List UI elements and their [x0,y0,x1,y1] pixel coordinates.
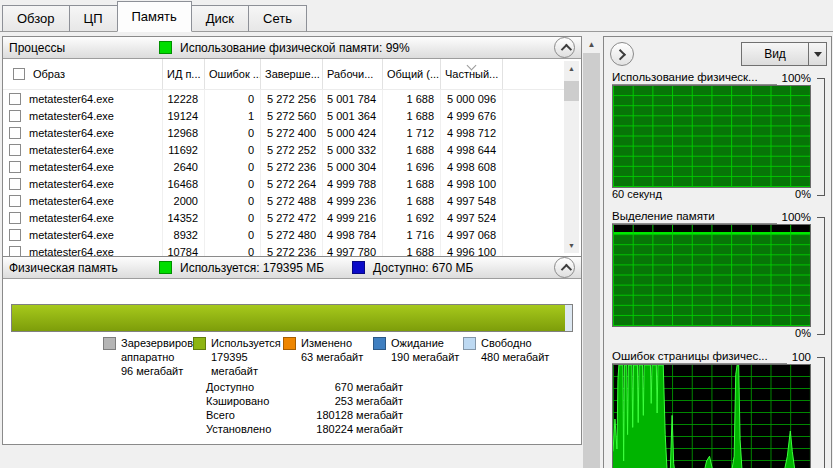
memory-stat-row: Всего 180128 мегабайт [206,408,403,422]
process-row[interactable]: metatester64.exe 2000 0 5 272 488 4 999 … [3,192,564,209]
tab-disk[interactable]: Диск [191,5,249,32]
process-row[interactable]: metatester64.exe 14352 0 5 272 472 4 999… [3,209,564,226]
row-checkbox[interactable] [9,212,21,224]
process-row[interactable]: metatester64.exe 12968 0 5 272 400 5 000… [3,124,564,141]
column-header-hard-faults[interactable]: Ошибок ... [205,59,261,89]
tab-memory[interactable]: Память [117,1,192,32]
process-row[interactable]: metatester64.exe 19124 1 5 272 560 5 001… [3,107,564,124]
process-pid: 8932 [163,226,205,243]
graph1-grid [613,86,810,187]
stat-label: Всего [206,408,235,422]
process-working-set: 5 000 424 [323,124,383,141]
process-hard-faults: 0 [205,243,261,256]
process-row[interactable]: metatester64.exe 2640 0 5 272 236 5 000 … [3,158,564,175]
graph1-plot [612,85,811,188]
process-shareable: 1 688 [383,141,441,158]
process-commit: 5 272 256 [261,90,323,107]
process-commit: 5 272 480 [261,226,323,243]
collapse-graphs-button[interactable] [610,42,634,66]
process-commit: 5 272 236 [261,158,323,175]
row-checkbox[interactable] [9,144,21,156]
row-checkbox[interactable] [9,161,21,173]
row-checkbox[interactable] [9,246,21,257]
stat-label: Установлено [206,422,271,436]
tab-bar: Обзор ЦП Память Диск Сеть [2,2,306,32]
process-table-scrollbar[interactable]: ▲ ▼ [564,61,579,253]
process-shareable: 1 692 [383,209,441,226]
memory-usage-bar [11,304,573,332]
process-row[interactable]: metatester64.exe 10784 0 5 272 236 4 997… [3,243,564,256]
tab-overview[interactable]: Обзор [2,5,70,32]
process-shareable: 1 712 [383,124,441,141]
process-shareable: 1 688 [383,192,441,209]
row-checkbox[interactable] [9,195,21,207]
process-commit: 5 272 252 [261,141,323,158]
scrollbar-thumb[interactable] [564,81,579,101]
process-commit: 5 272 472 [261,209,323,226]
column-header-image[interactable]: Образ [3,59,163,89]
column-header-filler [503,59,564,89]
main-scrollbar-thumb[interactable] [583,53,600,468]
scroll-up-icon[interactable]: ▲ [564,61,579,76]
process-working-set: 5 000 332 [323,141,383,158]
process-shareable: 1 688 [383,107,441,124]
graph3-plot [612,364,811,468]
stat-value: 180224 мегабайт [316,422,403,436]
process-hard-faults: 0 [205,158,261,175]
legend-item: Изменено63 мегабайт [283,336,373,378]
process-image-name: metatester64.exe [29,195,114,207]
process-pid: 11692 [163,141,205,158]
tab-cpu[interactable]: ЦП [69,5,118,32]
graph-physical-memory-usage: Использование физическ... 100% 60 секунд… [612,69,825,203]
process-hard-faults: 0 [205,175,261,192]
process-commit: 5 272 560 [261,107,323,124]
scroll-up-icon[interactable]: ▲ [583,36,600,52]
process-row[interactable]: metatester64.exe 16468 0 5 272 264 4 999… [3,175,564,192]
processes-title: Процессы [9,41,159,55]
scroll-down-icon[interactable]: ▼ [564,238,579,253]
view-button[interactable]: Вид [741,42,827,66]
process-pid: 10784 [163,243,205,256]
main-scrollbar[interactable]: ▲ [583,36,600,468]
column-header-pid[interactable]: ИД п... [163,59,205,89]
process-image-name: metatester64.exe [29,229,114,241]
process-image-name: metatester64.exe [29,212,114,224]
process-row[interactable]: metatester64.exe 12228 0 5 272 256 5 001… [3,90,564,107]
column-header-commit[interactable]: Заверше... [261,59,323,89]
row-checkbox[interactable] [9,110,21,122]
process-working-set: 4 998 784 [323,226,383,243]
select-all-checkbox[interactable] [13,68,25,80]
process-private: 4 998 100 [441,175,503,192]
view-dropdown-button[interactable] [808,43,826,65]
legend-color-swatch-icon [193,337,206,350]
stat-label: Доступно [206,380,254,394]
collapse-physical-memory-button[interactable] [554,257,575,278]
row-checkbox[interactable] [9,178,21,190]
process-working-set: 4 999 236 [323,192,383,209]
column-header-working-set[interactable]: Рабочи... [323,59,383,89]
process-hard-faults: 0 [205,90,261,107]
process-pid: 2000 [163,192,205,209]
row-checkbox[interactable] [9,93,21,105]
legend-label: Свободно480 мегабайт [481,336,549,378]
process-pid: 12228 [163,90,205,107]
process-row[interactable]: metatester64.exe 8932 0 5 272 480 4 998 … [3,226,564,243]
memory-legend: Зарезервировааппаратно96 мегабайт Исполь… [103,336,553,378]
chevron-up-icon [560,263,571,274]
process-pid: 2640 [163,158,205,175]
graph2-scale-bracket [817,217,825,335]
row-checkbox[interactable] [9,229,21,241]
collapse-processes-button[interactable] [554,37,575,58]
graph2-max-label: 100% [782,211,811,224]
process-commit: 5 272 236 [261,243,323,256]
process-private: 4 996 100 [441,243,503,256]
row-checkbox[interactable] [9,127,21,139]
column-header-private[interactable]: Частный... [441,59,503,89]
tab-network[interactable]: Сеть [248,5,307,32]
process-shareable: 1 696 [383,158,441,175]
view-button-label: Вид [742,43,808,65]
process-row[interactable]: metatester64.exe 11692 0 5 272 252 5 000… [3,141,564,158]
column-header-shareable[interactable]: Общий (... [383,59,441,89]
graph1-xlabel: 60 секунд [612,188,662,200]
process-table-body: metatester64.exe 12228 0 5 272 256 5 001… [3,90,564,256]
